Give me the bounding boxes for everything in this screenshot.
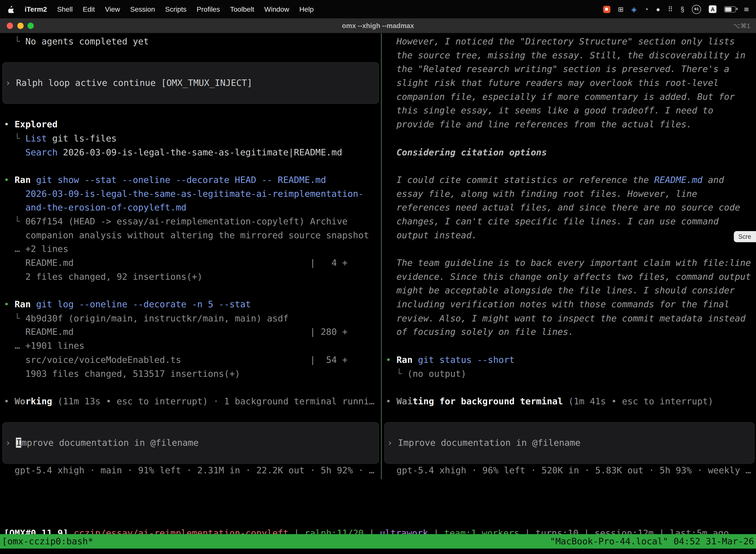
text-segment: ting for background terminal [413, 396, 563, 406]
menubar: iTerm2ShellEditViewSessionScriptsProfile… [0, 0, 756, 18]
terminal-line: the source tree, missing the essay. Stil… [386, 49, 756, 63]
terminal-line: … +2 lines [4, 242, 381, 256]
text-segment: … +2 lines [4, 244, 68, 254]
screen-record-icon[interactable] [603, 5, 610, 13]
tmux-host-clock-label: "MacBook-Pro-44.local" 04:52 31-Mar-26 [550, 534, 756, 549]
terminal-line [386, 159, 756, 173]
text-segment [386, 147, 396, 157]
menu-item-shell[interactable]: Shell [57, 5, 73, 13]
terminal-line: src/voice/voiceModeEnabled.ts | 54 + [4, 353, 381, 367]
menu-item-view[interactable]: View [105, 5, 120, 13]
text-segment: mprove documentation in @filename [21, 438, 198, 448]
dots-grid-icon[interactable]: ⠿ [668, 6, 673, 12]
menu-item-edit[interactable]: Edit [83, 5, 95, 13]
terminal-line [386, 339, 756, 353]
text-segment: Ralph loop active continue [OMX_TMUX_INJ… [16, 78, 252, 88]
dark-app-icon[interactable]: ◔ [644, 6, 648, 12]
text-segment: Ran [15, 299, 31, 309]
terminal-line: references need actual files, and since … [386, 201, 756, 215]
menu-item-session[interactable]: Session [130, 5, 155, 13]
apple-logo-icon[interactable] [7, 5, 14, 13]
text-segment: List [25, 133, 47, 143]
text-segment: might be acceptable alongside the file l… [386, 285, 735, 296]
terminal-line: slight risk that future readers may over… [386, 76, 756, 90]
terminal-line: The team guideline is to back every impo… [386, 256, 756, 270]
text-segment: • [386, 396, 396, 406]
screen: iTerm2ShellEditViewSessionScriptsProfile… [0, 0, 756, 554]
text-segment: README.md [654, 174, 703, 185]
text-segment: (1m 41s • esc to interrupt) [563, 396, 713, 406]
text-segment: … +1901 lines [4, 341, 84, 351]
terminal-line: … +1901 lines [4, 339, 381, 353]
left-pane[interactable]: └ No agents completed yet› Ralph loop ac… [0, 33, 381, 479]
menu-item-toolbelt[interactable]: Toolbelt [230, 5, 254, 13]
pane-divider[interactable] [381, 33, 382, 479]
text-segment: └ [4, 313, 25, 323]
text-segment: and-the-erosion-of-copyleft.md [25, 202, 187, 213]
text-segment: git ls-files [47, 133, 117, 143]
text-segment: changes, I can't cite specific file line… [386, 216, 718, 226]
terminal-line: └ No agents completed yet [4, 35, 381, 49]
text-segment: output instead. [386, 230, 477, 240]
text-segment: references need actual files, and since … [386, 202, 740, 213]
text-segment: (11m 13s • esc to interrupt) · 1 backgro… [52, 396, 374, 406]
percent-badge-icon[interactable]: 61 [692, 4, 701, 14]
terminal-line [4, 104, 381, 118]
text-segment: • [386, 354, 396, 365]
menu-item-iterm2[interactable]: iTerm2 [24, 5, 47, 13]
text-segment: 4b9d30f (origin/main, instructkr/main, m… [25, 313, 289, 323]
text-segment: • [4, 396, 15, 406]
terminal-line: companion file, especially if more comme… [386, 90, 756, 104]
text-segment: └ [4, 133, 25, 143]
text-segment [4, 188, 25, 199]
terminal-line: 2 files changed, 92 insertions(+) [4, 270, 381, 284]
terminal-line: output instead. [386, 229, 756, 242]
text-segment: The team guideline is to back every impo… [386, 258, 751, 268]
terminal-line: └ 4b9d30f (origin/main, instructkr/main,… [4, 312, 381, 325]
text-segment: gpt-5.4 xhigh · main · 91% left · 2.31M … [4, 465, 375, 476]
terminal-line: • Waiting for background terminal (1m 41… [386, 395, 756, 408]
keyboard-input-icon[interactable]: A [709, 5, 716, 13]
terminal-line: essay file, along with finding root file… [386, 187, 756, 201]
text-segment: companion analysis without altering the … [4, 230, 369, 240]
terminal-line: 2026-03-09-is-legal-the-same-as-legitima… [4, 187, 381, 201]
right-pane[interactable]: However, I noticed the "Directory Struct… [382, 33, 756, 479]
terminal-line: this single essay, it seems like a good … [386, 104, 756, 118]
wifi-icon[interactable]: ≋ [744, 6, 749, 12]
text-segment: Wo [15, 396, 25, 406]
terminal-line [4, 408, 381, 423]
circle-app-icon[interactable]: ● [656, 6, 660, 12]
key-icon[interactable]: § [681, 6, 684, 12]
terminal-line [386, 131, 756, 146]
text-segment: › [5, 438, 16, 448]
battery-icon[interactable] [724, 6, 736, 12]
text-segment: the source tree, missing the essay. Stil… [386, 50, 746, 60]
menu-item-help[interactable]: Help [299, 5, 314, 13]
menu-item-window[interactable]: Window [264, 5, 289, 13]
terminal-line: companion analysis without altering the … [4, 229, 381, 242]
terminal-line [4, 284, 381, 298]
grid-app-icon[interactable]: ⊞ [618, 6, 624, 12]
tmux-session-label: [omx-cczip0:bash* [0, 534, 93, 549]
text-segment: └ [4, 216, 25, 226]
text-segment: I [16, 438, 21, 448]
menu-item-profiles[interactable]: Profiles [197, 5, 220, 13]
text-segment: I could cite commit statistics or refere… [386, 174, 654, 185]
text-segment: 067f154 (HEAD -> essay/ai-reimplementati… [25, 216, 348, 226]
prompt-input-box[interactable]: › Improve documentation in @filename [384, 422, 755, 464]
terminal-line: gpt-5.4 xhigh · 96% left · 520K in · 5.8… [386, 464, 756, 478]
menubar-left: iTerm2ShellEditViewSessionScriptsProfile… [0, 5, 314, 13]
menu-status-icons: ⊞◈◔●⠿§61A≋ [603, 4, 756, 14]
text-segment [4, 147, 25, 157]
blue-app-icon[interactable]: ◈ [631, 6, 636, 12]
menu-item-scripts[interactable]: Scripts [165, 5, 187, 13]
window-titlebar[interactable]: omx --xhigh --madmax ⌥⌘1 [0, 18, 756, 33]
text-segment: › [5, 78, 16, 88]
screen-overlay-button[interactable]: Scre [734, 231, 756, 242]
terminal-line: Considering citation options [386, 146, 756, 159]
terminal-line: including verification notes with those … [386, 297, 756, 312]
prompt-input-box[interactable]: › Improve documentation in @filename [2, 422, 379, 464]
terminal-line: changes, I can't cite specific file line… [386, 215, 756, 229]
terminal-line: evidence. Since this change only affects… [386, 270, 756, 284]
text-segment: README.md | 4 + [4, 258, 348, 268]
